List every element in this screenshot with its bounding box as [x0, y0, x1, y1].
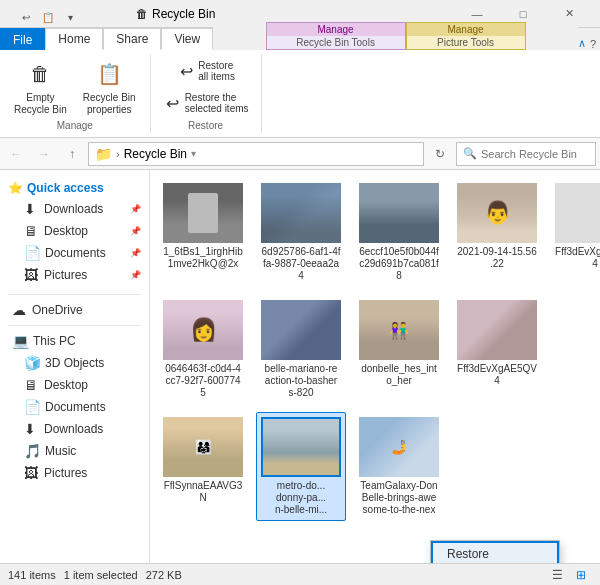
address-path[interactable]: 📁 › Recycle Bin ▾	[88, 142, 424, 166]
forward-button[interactable]: →	[32, 142, 56, 166]
title-bar-left: ↩ 📋 ▾ 🗑 Recycle Bin	[8, 4, 454, 24]
desktop2-icon: 🖥	[24, 377, 40, 393]
help-btn[interactable]: ?	[590, 38, 596, 50]
downloads-icon: ⬇	[24, 201, 40, 217]
documents2-icon: 📄	[24, 399, 41, 415]
file-thumb-5: 👩	[163, 300, 243, 360]
ribbon-collapse-btn[interactable]: ∧	[578, 37, 586, 50]
tab-manage-picture-label[interactable]: Manage	[406, 22, 526, 36]
file-item-6[interactable]: belle-mariano-reaction-to-bashers-820	[256, 295, 346, 404]
sidebar-documents[interactable]: 📄 Documents	[0, 396, 149, 418]
tab-home[interactable]: Home	[45, 28, 103, 50]
file-name-2: 6eccf10e5f0b044fc29d691b7ca081f8	[359, 246, 439, 282]
sidebar-quick-access[interactable]: ⭐ Quick access	[0, 178, 149, 198]
tab-recycle-bin-tools[interactable]: Recycle Bin Tools	[266, 36, 406, 50]
recycle-bin-properties-button[interactable]: 📋 Recycle Binproperties	[77, 54, 142, 120]
quick-access-label: Quick access	[27, 181, 104, 195]
file-item-5[interactable]: 👩 0646463f-c0d4-4cc7-92f7-60077458d07f_m…	[158, 295, 248, 404]
file-size: 272 KB	[146, 569, 182, 581]
file-name-6: belle-mariano-reaction-to-bashers-820	[265, 363, 338, 399]
sidebar-downloads[interactable]: ⬇ Downloads	[0, 418, 149, 440]
main-area: ⭐ Quick access ⬇ Downloads 📌 🖥 Desktop 📌…	[0, 170, 600, 563]
restore-all-icon: ↩	[176, 61, 196, 81]
search-icon: 🔍	[463, 147, 477, 160]
file-item-8[interactable]: Fff3dEvXgAE5QV4	[452, 295, 542, 404]
sidebar-pictures[interactable]: 🖼 Pictures	[0, 462, 149, 484]
window-title: Recycle Bin	[152, 7, 215, 21]
qt-dropdown[interactable]: ▾	[60, 8, 80, 28]
sidebar-desktop[interactable]: 🖥 Desktop	[0, 374, 149, 396]
grid-view-button[interactable]: ⊞	[570, 566, 592, 584]
path-folder-icon: 📁	[95, 146, 112, 162]
sidebar-item-desktop-qa[interactable]: 🖥 Desktop 📌	[0, 220, 149, 242]
up-button[interactable]: ↑	[60, 142, 84, 166]
sidebar-item-pictures-qa[interactable]: 🖼 Pictures 📌	[0, 264, 149, 286]
address-bar: ← → ↑ 📁 › Recycle Bin ▾ ↻ 🔍	[0, 138, 600, 170]
properties-button[interactable]: 📋	[38, 8, 58, 28]
search-input[interactable]	[481, 148, 589, 160]
music-icon: 🎵	[24, 443, 41, 459]
file-item-1[interactable]: 6d925786-6af1-4ffa-9887-0eeaa2a46f18_met…	[256, 178, 346, 287]
restore-all-button[interactable]: ↩ Restoreall items	[172, 57, 239, 85]
pin-icon4: 📌	[130, 270, 141, 280]
file-name-7: donbelle_hes_into_her	[361, 363, 437, 387]
back-button[interactable]: ←	[4, 142, 28, 166]
file-thumb-10	[261, 417, 341, 477]
tab-manage-recycle-label[interactable]: Manage	[266, 22, 406, 36]
file-thumb-8	[457, 300, 537, 360]
tab-file[interactable]: File	[0, 28, 45, 50]
sidebar-3d-objects[interactable]: 🧊 3D Objects	[0, 352, 149, 374]
file-item-3[interactable]: 👨 2021-09-14-15.56.22	[452, 178, 542, 287]
sidebar-music[interactable]: 🎵 Music	[0, 440, 149, 462]
file-item-10[interactable]: metro-do...donny-pa...n-belle-mi...hes-i…	[256, 412, 346, 521]
pin-icon2: 📌	[130, 226, 141, 236]
sidebar: ⭐ Quick access ⬇ Downloads 📌 🖥 Desktop 📌…	[0, 170, 150, 563]
file-thumb-6	[261, 300, 341, 360]
file-thumb-0	[163, 183, 243, 243]
downloads2-icon: ⬇	[24, 421, 40, 437]
status-bar: 141 items 1 item selected 272 KB ☰ ⊞	[0, 563, 600, 585]
documents2-label: Documents	[45, 400, 106, 414]
path-dropdown[interactable]: ▾	[191, 148, 196, 159]
downloads2-label: Downloads	[44, 422, 103, 436]
file-thumb-7: 👫	[359, 300, 439, 360]
restore-selected-button[interactable]: ↩ Restore theselected items	[159, 89, 253, 117]
file-item-7[interactable]: 👫 donbelle_hes_into_her	[354, 295, 444, 404]
pictures2-icon: 🖼	[24, 465, 40, 481]
sidebar-this-pc[interactable]: 💻 This PC	[0, 330, 149, 352]
file-name-5: 0646463f-c0d4-4cc7-92f7-60077458d07f_met…	[163, 363, 243, 399]
ribbon-tab-row: File Home Share View Manage Recycle Bin …	[0, 28, 600, 50]
file-item-11[interactable]: 🤳 TeamGalaxy-DonBelle-brings-awesome-to-…	[354, 412, 444, 521]
file-item-0[interactable]: 1_6tBs1_1irghHib1mve2HkQ@2x	[158, 178, 248, 287]
list-view-button[interactable]: ☰	[546, 566, 568, 584]
undo-button[interactable]: ↩	[16, 8, 36, 28]
onedrive-label: OneDrive	[32, 303, 83, 317]
sidebar-item-downloads-qa[interactable]: ⬇ Downloads 📌	[0, 198, 149, 220]
file-item-9[interactable]: 👨‍👩‍👧 FflSynnaEAAVG3N	[158, 412, 248, 521]
tab-view[interactable]: View	[161, 28, 213, 50]
empty-recycle-bin-button[interactable]: 🗑 EmptyRecycle Bin	[8, 54, 73, 120]
sidebar-onedrive[interactable]: ☁ OneDrive	[0, 299, 149, 321]
file-grid: 1_6tBs1_1irghHib1mve2HkQ@2x 6d925786-6af…	[158, 178, 592, 521]
tab-picture-tools[interactable]: Picture Tools	[406, 36, 526, 50]
manage-group-label: Manage	[57, 120, 93, 133]
this-pc-label: This PC	[33, 334, 76, 348]
3d-objects-label: 3D Objects	[45, 356, 104, 370]
file-item-2[interactable]: 6eccf10e5f0b044fc29d691b7ca081f8	[354, 178, 444, 287]
empty-bin-icon: 🗑	[24, 58, 56, 90]
sidebar-item-documents-qa[interactable]: 📄 Documents 📌	[0, 242, 149, 264]
quick-toolbar: ↩ 📋 ▾	[16, 8, 80, 28]
search-box: 🔍	[456, 142, 596, 166]
music-label: Music	[45, 444, 76, 458]
tab-share[interactable]: Share	[103, 28, 161, 50]
file-name-3: 2021-09-14-15.56.22	[457, 246, 537, 270]
file-thumb-11: 🤳	[359, 417, 439, 477]
selected-count: 1 item selected	[64, 569, 138, 581]
file-item-4[interactable]: Fff3dEvXgAE5QV4	[550, 178, 600, 287]
desktop-label: Desktop	[44, 224, 88, 238]
context-restore[interactable]: Restore	[431, 541, 559, 563]
file-thumb-2	[359, 183, 439, 243]
quick-access-section: ⭐ Quick access ⬇ Downloads 📌 🖥 Desktop 📌…	[0, 174, 149, 290]
title-icon: 🗑	[136, 7, 148, 21]
refresh-button[interactable]: ↻	[428, 142, 452, 166]
